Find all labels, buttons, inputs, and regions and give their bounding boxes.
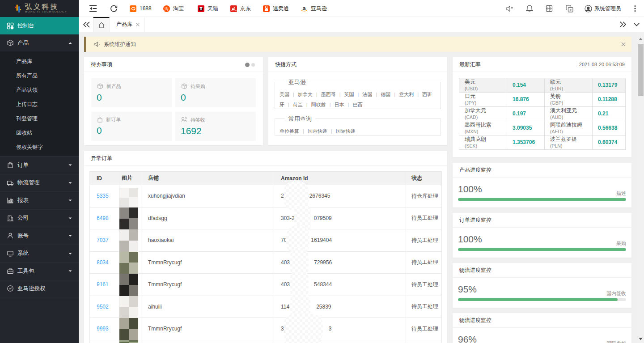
svg-text:JD.COM: JD.COM (231, 10, 237, 12)
svg-text:a: a (302, 5, 306, 12)
svg-text:淘: 淘 (164, 6, 169, 11)
